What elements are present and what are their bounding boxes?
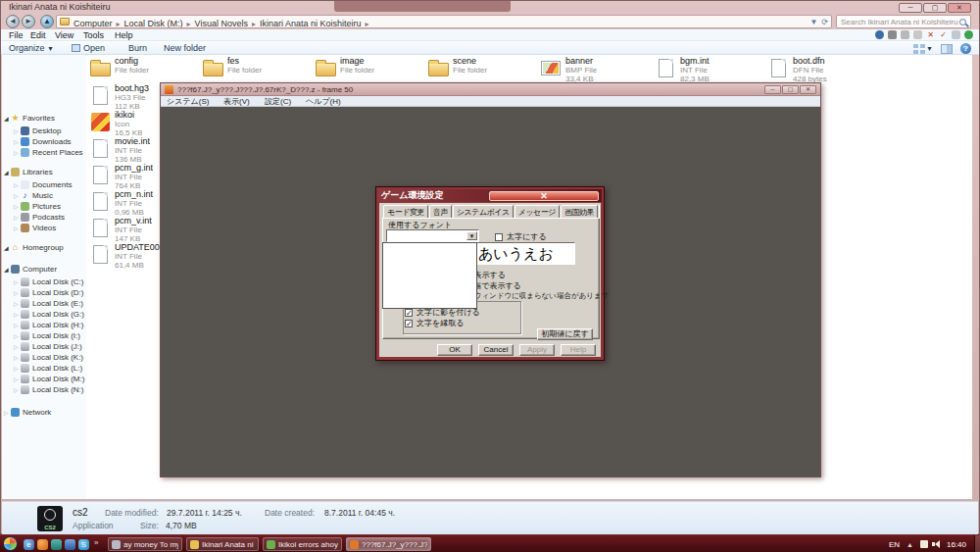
back-button[interactable]: ◄ (6, 15, 20, 28)
taskbar-button-2[interactable]: Ikinari Anata ni Koish... (186, 537, 259, 551)
tray-expand-icon[interactable]: ▲ (906, 541, 913, 548)
skype-icon[interactable]: S (78, 539, 89, 550)
game-close-button[interactable]: ✕ (800, 85, 816, 94)
decor-checkbox-2[interactable]: ✓文字を縁取る (405, 318, 464, 328)
file-tile-scene[interactable]: sceneFile folder (426, 56, 536, 79)
volume-icon[interactable] (935, 540, 940, 548)
sidebar-item-favorites[interactable]: ◢★Favorites (4, 113, 55, 123)
refresh-icon[interactable]: ⟳ (821, 18, 828, 26)
language-indicator[interactable]: EN (889, 540, 900, 549)
sidebar-item-local-disk-h-[interactable]: ▷Local Disk (H:) (14, 320, 83, 329)
sidebar-item-videos[interactable]: ▷Videos (14, 223, 56, 232)
taskbar-button-4[interactable]: ???f67.J?_y???.J???.J... (346, 537, 431, 551)
organize-button[interactable]: Organize ▼ (9, 41, 54, 56)
addon-icon-1[interactable] (875, 30, 884, 39)
sidebar-item-local-disk-c-[interactable]: ▷Local Disk (C:) (14, 276, 83, 286)
open-button[interactable]: Open (72, 41, 105, 55)
tab-フォント[interactable]: フォント (599, 205, 601, 219)
sidebar-item-local-disk-m-[interactable]: ▷Local Disk (M:) (14, 374, 84, 383)
taskbar-button-3[interactable]: Ikikoi errors ahoy! - ... (263, 537, 342, 551)
collapse-icon[interactable]: ◢ (4, 169, 11, 176)
sidebar-item-documents[interactable]: ▷Documents (14, 179, 72, 189)
expand-icon[interactable]: ▷ (14, 278, 21, 285)
address-bar[interactable]: Computer▸Local Disk (M:)▸Visual Novels▸I… (56, 15, 832, 28)
breadcrumb-item[interactable]: Visual Novels (195, 19, 248, 28)
expand-icon[interactable]: ▷ (14, 289, 21, 296)
search-input[interactable]: Search Ikinari Anata ni Koishiteiru (836, 15, 971, 28)
internet-explorer-icon[interactable]: e (24, 539, 34, 550)
sidebar-item-local-disk-d-[interactable]: ▷Local Disk (D:) (14, 287, 83, 297)
font-dropdown-list[interactable] (382, 242, 477, 309)
address-dropdown-icon[interactable]: ▼ (809, 18, 817, 26)
expand-icon[interactable]: ▷ (14, 332, 21, 339)
bold-checkbox[interactable]: 太字にする (495, 231, 547, 242)
expand-icon[interactable]: ▷ (14, 354, 21, 361)
change-view-button[interactable]: ▼ (913, 44, 933, 54)
menu-item-view[interactable]: View (55, 29, 74, 41)
font-combobox[interactable]: ▼ (386, 229, 479, 242)
sidebar-item-homegroup[interactable]: ◢⌂Homegroup (4, 242, 64, 252)
preview-pane-icon[interactable] (941, 44, 953, 54)
expand-icon[interactable]: ▷ (14, 300, 21, 307)
clock[interactable]: 16:40 (947, 540, 966, 549)
game-menu-item-4[interactable]: ヘルプ(H) (306, 96, 341, 107)
addon-icon-4[interactable] (913, 30, 922, 39)
expand-icon[interactable]: ▷ (14, 192, 21, 199)
expand-icon[interactable]: ▷ (14, 365, 21, 372)
dialog-titlebar[interactable]: ゲーム環境設定 ✕ (378, 189, 602, 202)
game-menu-item-1[interactable]: システム(S) (167, 96, 209, 107)
action-center-icon[interactable] (920, 540, 928, 548)
menu-item-file[interactable]: File (9, 29, 24, 41)
file-tile-banner[interactable]: bannerBMP File33,4 KB (539, 56, 649, 83)
addon-icon-7[interactable] (952, 30, 960, 39)
expand-icon[interactable]: ▷ (14, 343, 21, 350)
sidebar-item-local-disk-j-[interactable]: ▷Local Disk (J:) (14, 341, 82, 351)
sidebar-item-computer[interactable]: ◢Computer (4, 264, 57, 274)
expand-icon[interactable]: ▷ (14, 386, 21, 393)
addon-icon-5[interactable]: ✕ (926, 30, 935, 39)
quicklaunch-icon-2[interactable] (37, 539, 48, 550)
up-button[interactable]: ▲ (40, 15, 54, 28)
expand-icon[interactable]: ▷ (14, 311, 21, 318)
sidebar-item-local-disk-k-[interactable]: ▷Local Disk (K:) (14, 352, 83, 362)
sidebar-item-network[interactable]: ▷Network (4, 407, 51, 417)
sidebar-item-recent-places[interactable]: ▷Recent Places (14, 147, 83, 157)
expand-icon[interactable]: ▷ (14, 203, 21, 210)
collapse-icon[interactable]: ◢ (4, 115, 11, 122)
close-button[interactable]: ✕ (948, 3, 971, 13)
start-button[interactable] (3, 536, 18, 551)
tab-音声[interactable]: 音声 (429, 205, 452, 219)
bold-checkbox-box[interactable] (495, 233, 503, 241)
collapse-icon[interactable]: ◢ (4, 266, 11, 273)
show-desktop-button[interactable] (974, 535, 980, 552)
game-minimize-button[interactable]: ─ (764, 85, 781, 94)
file-tile-boot-dfn[interactable]: boot.dfnDFN File428 bytes (766, 56, 876, 83)
combobox-dropdown-icon[interactable]: ▼ (466, 231, 477, 240)
file-tile-fes[interactable]: fesFile folder (201, 56, 311, 79)
sidebar-item-podcasts[interactable]: ▷Podcasts (14, 212, 65, 222)
file-tile-bgm-int[interactable]: bgm.intINT File82,3 MB (654, 56, 763, 83)
tab-モード変更[interactable]: モード変更 (383, 205, 428, 219)
quicklaunch-icon-4[interactable] (65, 539, 75, 550)
taskbar-button-1[interactable]: ay money To my Pai... (108, 537, 182, 551)
addon-icon-3[interactable] (901, 30, 909, 39)
breadcrumb-item[interactable]: Local Disk (M:) (124, 19, 183, 28)
sidebar-item-desktop[interactable]: ▷Desktop (14, 125, 61, 135)
addon-icon-6[interactable]: ✓ (939, 30, 948, 39)
quicklaunch-icon-3[interactable] (51, 539, 62, 550)
sidebar-item-pictures[interactable]: ▷Pictures (14, 201, 61, 211)
help-icon[interactable]: ? (960, 43, 971, 54)
ok-button[interactable]: OK (437, 344, 472, 356)
sidebar-item-local-disk-n-[interactable]: ▷Local Disk (N:) (14, 384, 83, 394)
reset-defaults-button[interactable]: 初期値に戻す (537, 328, 593, 340)
expand-icon[interactable]: ▷ (14, 214, 21, 221)
tab-画面効果[interactable]: 画面効果 (561, 205, 598, 219)
checkbox-box[interactable]: ✓ (405, 309, 413, 317)
game-menu-item-2[interactable]: 表示(V) (223, 96, 250, 107)
menu-item-edit[interactable]: Edit (30, 29, 46, 41)
sidebar-item-downloads[interactable]: ▷Downloads (14, 136, 72, 146)
game-titlebar[interactable]: ???f67.J?_y???.J???.J?.67rK?_D???.z - fr… (161, 83, 820, 96)
breadcrumb-item[interactable]: Ikinari Anata ni Koishiteiru (260, 19, 362, 28)
new-folder-button[interactable]: New folder (164, 41, 206, 55)
quicklaunch-overflow-chevron[interactable]: » (94, 538, 98, 547)
